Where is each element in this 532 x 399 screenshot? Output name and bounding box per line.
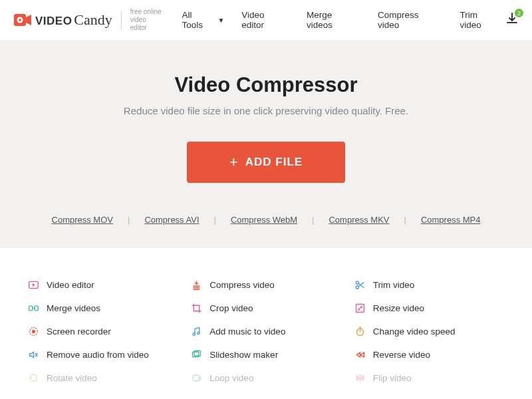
svg-point-11 (198, 332, 200, 334)
tool-compress-video[interactable]: Compress video (191, 275, 340, 295)
nav-compress-video[interactable]: Compress video (378, 10, 442, 30)
link-compress-mov[interactable]: Compress MOV (37, 215, 128, 225)
download-button[interactable]: 2 (505, 12, 519, 28)
flip-icon (354, 372, 366, 384)
merge-icon (28, 303, 39, 314)
crop-icon (191, 303, 202, 314)
chevron-down-icon: ▼ (217, 17, 224, 24)
logo-word-candy: Candy (74, 11, 112, 29)
link-compress-mkv[interactable]: Compress MKV (314, 215, 404, 225)
download-badge: 2 (515, 9, 523, 17)
main-nav: All Tools▼ Video editor Merge videos Com… (182, 10, 501, 30)
scissors-icon (354, 279, 366, 291)
tool-add-music[interactable]: Add music to video (191, 321, 340, 342)
tool-flip-video[interactable]: Flip video (354, 368, 504, 388)
compress-icon (191, 279, 202, 291)
nav-video-editor[interactable]: Video editor (241, 10, 289, 30)
plus-icon: + (229, 154, 239, 171)
tool-change-speed[interactable]: Change video speed (354, 321, 504, 342)
tool-resize-video[interactable]: Resize video (354, 298, 504, 319)
tool-screen-recorder[interactable]: Screen recorder (28, 321, 178, 342)
nav-trim-video[interactable]: Trim video (460, 10, 501, 30)
page-subtitle: Reduce video file size in one click pres… (13, 105, 519, 116)
tool-video-editor[interactable]: Video editor (28, 275, 178, 295)
nav-merge-videos[interactable]: Merge videos (307, 10, 360, 30)
rotate-icon (28, 372, 39, 384)
tool-merge-videos[interactable]: Merge videos (28, 298, 178, 319)
slideshow-icon (191, 349, 202, 360)
svg-rect-6 (35, 306, 38, 311)
tool-loop-video[interactable]: Loop video (191, 368, 340, 388)
tool-reverse-video[interactable]: Reverse video (354, 344, 504, 365)
link-compress-avi[interactable]: Compress AVI (130, 215, 213, 225)
logo-separator (121, 11, 122, 29)
link-compress-mp4[interactable]: Compress MP4 (406, 215, 495, 225)
nav-all-tools[interactable]: All Tools▼ (182, 10, 224, 30)
resize-icon (354, 303, 366, 314)
loop-icon (191, 372, 202, 384)
add-file-button[interactable]: + ADD FILE (187, 142, 345, 183)
music-icon (191, 326, 202, 337)
svg-point-9 (32, 330, 35, 333)
mute-icon (28, 349, 39, 360)
logo[interactable]: VIDEO Candy free onlinevideo editor (13, 8, 164, 32)
svg-point-12 (356, 329, 363, 335)
hero-section: Video Compressor Reduce video file size … (0, 40, 532, 248)
add-file-label: ADD FILE (245, 156, 303, 169)
logo-word-video: VIDEO (35, 15, 72, 28)
page-title: Video Compressor (13, 73, 519, 97)
record-icon (28, 326, 39, 337)
tool-trim-video[interactable]: Trim video (354, 275, 504, 295)
link-compress-webm[interactable]: Compress WebM (216, 215, 312, 225)
logo-tagline: free onlinevideo editor (130, 8, 165, 32)
tools-grid: Video editor Compress video Trim video M… (0, 248, 532, 388)
format-links: Compress MOV| Compress AVI| Compress Web… (13, 215, 519, 225)
play-icon (28, 279, 39, 291)
tool-crop-video[interactable]: Crop video (191, 298, 340, 319)
camera-icon (13, 13, 32, 27)
svg-point-10 (193, 333, 195, 335)
tool-remove-audio[interactable]: Remove audio from video (28, 344, 178, 365)
tool-rotate-video[interactable]: Rotate video (28, 368, 178, 388)
svg-rect-5 (29, 306, 33, 311)
rewind-icon (354, 349, 366, 360)
stopwatch-icon (354, 326, 366, 337)
tool-slideshow-maker[interactable]: Slideshow maker (191, 344, 340, 365)
